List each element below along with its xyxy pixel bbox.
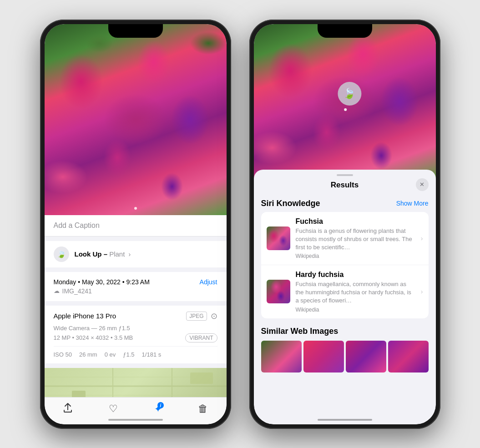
similar-image-1[interactable] xyxy=(261,341,302,372)
visual-search-button[interactable]: 🍃 xyxy=(338,82,361,106)
hardy-fuchsia-source: Wikipedia xyxy=(296,307,415,313)
similar-section: Similar Web Images xyxy=(254,321,436,375)
hardy-fuchsia-name: Hardy fuchsia xyxy=(296,271,415,279)
fuchsia-content: Fuchsia Fuchsia is a genus of flowering … xyxy=(296,217,415,260)
adjust-button[interactable]: Adjust xyxy=(200,278,217,286)
meta-date: Monday • May 30, 2022 • 9:23 AM xyxy=(54,278,150,286)
vs-dot xyxy=(344,108,347,111)
info-area: Add a Caption 🍃 Look Up – Plant › xyxy=(45,215,227,424)
phone-2: 🍃 Results ✕ Siri xyxy=(249,20,440,429)
meta-section: Monday • May 30, 2022 • 9:23 AM Adjust ☁… xyxy=(45,272,227,301)
phone2-notch xyxy=(318,24,372,38)
lookup-chevron: › xyxy=(129,251,131,258)
p2-photo-area: 🍃 xyxy=(254,24,436,179)
camera-specs: Wide Camera — 26 mm ƒ1.5 xyxy=(54,325,217,332)
photo-area xyxy=(45,24,227,215)
fuchsia-name: Fuchsia xyxy=(296,217,415,226)
hardy-fuchsia-chevron: › xyxy=(421,288,423,295)
siri-item-hardy-fuchsia[interactable]: Hardy fuchsia Fuchsia magellanica, commo… xyxy=(261,265,429,318)
mp-row: 12 MP • 3024 × 4032 • 3.5 MB VIBRANT xyxy=(54,333,217,342)
svg-rect-6 xyxy=(190,372,213,384)
phone1-notch xyxy=(108,24,163,38)
close-button[interactable]: ✕ xyxy=(416,178,429,191)
hardy-fuchsia-content: Hardy fuchsia Fuchsia magellanica, commo… xyxy=(296,271,415,313)
svg-rect-5 xyxy=(72,391,86,397)
fuchsia-thumbnail xyxy=(267,227,290,250)
show-more-button[interactable]: Show More xyxy=(396,200,429,207)
similar-image-4[interactable] xyxy=(388,341,429,372)
settings-icon: ⊙ xyxy=(211,311,217,321)
similar-title: Similar Web Images xyxy=(261,327,429,336)
map-area xyxy=(45,368,227,397)
fuchsia-source: Wikipedia xyxy=(296,253,415,259)
hardy-fuchsia-thumbnail xyxy=(267,280,290,303)
lookup-text: Look Up – Plant › xyxy=(75,250,131,258)
fuchsia-chevron: › xyxy=(421,235,423,242)
device-section: Apple iPhone 13 Pro JPEG ⊙ Wide Camera —… xyxy=(45,306,227,363)
lookup-row[interactable]: 🍃 Look Up – Plant › xyxy=(45,241,227,267)
phone-1: Add a Caption 🍃 Look Up – Plant › xyxy=(40,20,231,429)
meta-filename: ☁ IMG_4241 xyxy=(54,287,217,295)
fuchsia-desc: Fuchsia is a genus of flowering plants t… xyxy=(296,227,415,252)
results-sheet: Results ✕ Siri Knowledge Show More xyxy=(254,170,436,424)
exif-shutter: 1/181 s xyxy=(142,351,162,358)
siri-section-title: Siri Knowledge xyxy=(261,199,320,208)
exif-row: ISO 50 26 mm 0 ev ƒ1.5 1/181 s xyxy=(54,346,217,358)
delete-button[interactable]: 🗑 xyxy=(198,403,208,415)
exif-ev: 0 ev xyxy=(105,351,116,358)
home-indicator xyxy=(108,419,163,421)
exif-aperture: ƒ1.5 xyxy=(123,351,134,358)
exif-mm: 26 mm xyxy=(79,351,97,358)
siri-knowledge-section: Siri Knowledge Show More Fuchsia xyxy=(254,193,436,321)
cloud-icon: ☁ xyxy=(54,287,60,294)
page-indicator xyxy=(134,207,137,210)
caption-row[interactable]: Add a Caption xyxy=(45,215,227,237)
siri-item-fuchsia[interactable]: Fuchsia Fuchsia is a genus of flowering … xyxy=(261,212,429,265)
results-header: Results ✕ xyxy=(254,176,436,193)
siri-card: Fuchsia Fuchsia is a genus of flowering … xyxy=(261,212,429,318)
share-button[interactable] xyxy=(63,403,73,415)
exif-iso: ISO 50 xyxy=(54,351,72,358)
hardy-fuchsia-desc: Fuchsia magellanica, commonly known as t… xyxy=(296,280,415,305)
info-button[interactable]: ✦ i xyxy=(154,403,162,415)
caption-placeholder: Add a Caption xyxy=(54,221,100,229)
similar-images-row xyxy=(261,341,429,372)
similar-image-3[interactable] xyxy=(346,341,386,372)
device-name: Apple iPhone 13 Pro xyxy=(54,312,116,320)
p2-home-indicator xyxy=(318,419,372,421)
similar-image-2[interactable] xyxy=(303,341,344,372)
results-title: Results xyxy=(331,181,359,190)
lookup-icon: 🍃 xyxy=(54,247,69,262)
vibrant-badge: VIBRANT xyxy=(185,333,217,342)
format-badge: JPEG xyxy=(186,312,207,321)
favorite-button[interactable]: ♡ xyxy=(109,403,118,415)
